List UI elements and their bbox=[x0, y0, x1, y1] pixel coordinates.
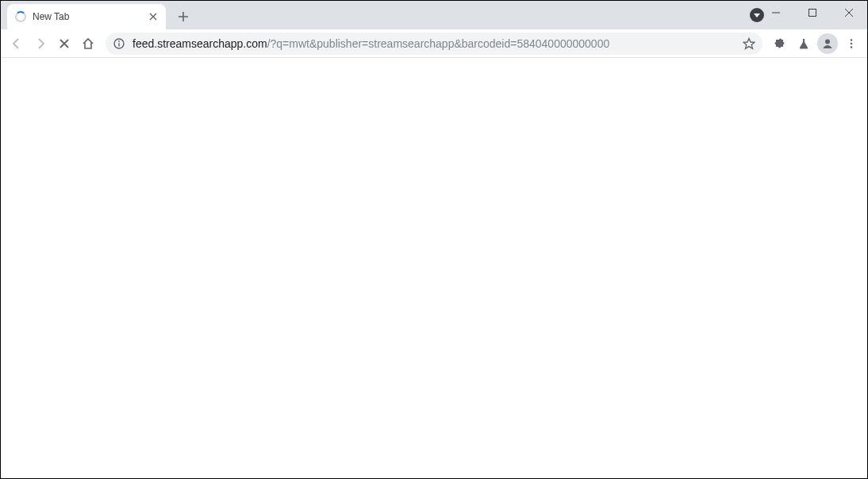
svg-point-2 bbox=[118, 40, 120, 42]
profile-button[interactable] bbox=[816, 33, 839, 55]
tab-strip: New Tab bbox=[1, 1, 867, 29]
svg-point-6 bbox=[851, 46, 853, 48]
forward-icon bbox=[34, 37, 47, 50]
active-tab[interactable]: New Tab bbox=[7, 4, 166, 29]
site-info-button[interactable] bbox=[112, 36, 126, 51]
home-icon bbox=[82, 37, 94, 50]
close-icon bbox=[845, 9, 853, 17]
tab-title: New Tab bbox=[33, 11, 140, 22]
svg-point-3 bbox=[825, 39, 830, 44]
new-tab-button[interactable] bbox=[172, 6, 194, 28]
url-host: feed.streamsearchapp.com bbox=[133, 37, 267, 50]
close-icon bbox=[149, 13, 157, 21]
bookmark-button[interactable] bbox=[742, 36, 756, 51]
url-text: feed.streamsearchapp.com/?q=mwt&publishe… bbox=[133, 37, 735, 50]
page-content bbox=[1, 58, 867, 478]
browser-toolbar: feed.streamsearchapp.com/?q=mwt&publishe… bbox=[1, 29, 867, 58]
loading-spinner-icon bbox=[15, 11, 26, 22]
window-controls bbox=[758, 1, 867, 25]
person-icon bbox=[821, 37, 834, 50]
address-bar[interactable]: feed.streamsearchapp.com/?q=mwt&publishe… bbox=[106, 33, 762, 55]
plus-icon bbox=[178, 11, 189, 22]
minimize-icon bbox=[772, 9, 780, 17]
puzzle-icon bbox=[774, 37, 786, 50]
dots-vertical-icon bbox=[846, 38, 857, 49]
close-window-button[interactable] bbox=[831, 1, 867, 25]
minimize-button[interactable] bbox=[758, 1, 794, 25]
back-button[interactable] bbox=[6, 33, 28, 55]
back-icon bbox=[10, 37, 23, 50]
tab-close-button[interactable] bbox=[147, 10, 159, 23]
home-button[interactable] bbox=[77, 33, 99, 55]
close-icon bbox=[59, 38, 70, 49]
maximize-button[interactable] bbox=[794, 1, 831, 25]
forward-button[interactable] bbox=[29, 33, 52, 55]
menu-button[interactable] bbox=[840, 33, 862, 55]
info-icon bbox=[113, 38, 125, 49]
extensions-button[interactable] bbox=[769, 33, 791, 55]
maximize-icon bbox=[808, 9, 816, 17]
flask-icon bbox=[797, 37, 810, 50]
svg-rect-0 bbox=[809, 10, 816, 17]
svg-point-4 bbox=[851, 39, 853, 41]
labs-button[interactable] bbox=[793, 33, 815, 55]
svg-point-5 bbox=[851, 42, 853, 44]
avatar bbox=[817, 33, 838, 54]
stop-reload-button[interactable] bbox=[53, 33, 75, 55]
star-icon bbox=[743, 37, 755, 50]
url-path: /?q=mwt&publisher=streamsearchapp&barcod… bbox=[267, 37, 610, 50]
